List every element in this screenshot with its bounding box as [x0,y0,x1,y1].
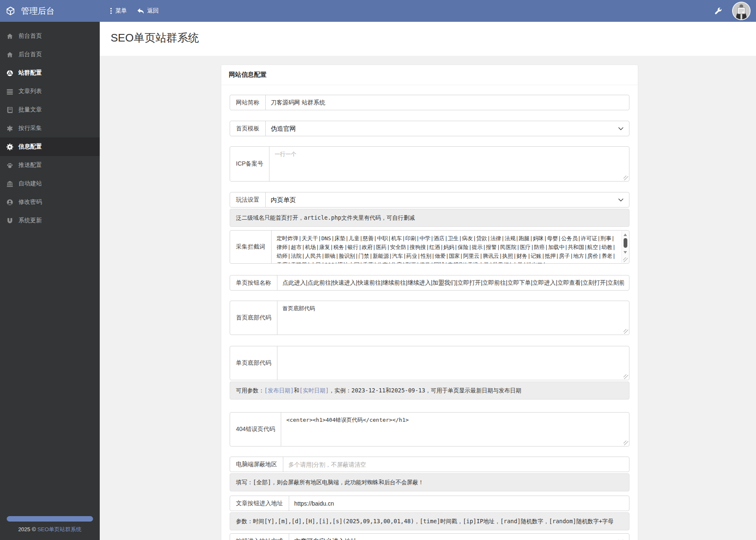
sidebar-nav: 前台首页 后台首页 站群配置 文章列表 批量文章 按行采集 信息配置 推送配置 [0,22,100,230]
content-header: SEO单页站群系统 [100,22,756,56]
sidebar-item-site-group-config[interactable]: 站群配置 [0,64,100,82]
back-button[interactable]: 返回 [137,7,159,15]
error-404-label: 404错误页代码 [230,413,281,446]
home-footer-code-row: 首页底部代码 首页底部代码 [230,301,629,335]
page-footer-code-textarea[interactable] [277,346,629,380]
play-mode-tip: 泛二级域名只能首页打开，article.php文件夹里有代码，可自行删减 [230,209,629,227]
button-names-input[interactable] [277,280,629,286]
sidebar: 前台首页 后台首页 站群配置 文章列表 批量文章 按行采集 信息配置 推送配置 [0,22,100,540]
back-button-label: 返回 [147,7,159,15]
sidebar-item-back-home[interactable]: 后台首页 [0,45,100,64]
sidebar-progress-pill [7,516,93,522]
pc-block-tip: 填写：[全部]，则会屏蔽所有地区电脑端，此功能对蜘蛛和后台不会屏蔽！ [230,473,629,491]
sidebar-item-label: 信息配置 [18,143,42,151]
asterisk-icon [6,125,13,132]
card-body: 网站简称 首页模板 伪造官网 ICP备案号 [221,85,638,540]
sidebar-item-push-config[interactable]: 推送配置 [0,156,100,174]
button-names-row: 单页按钮名称 [230,275,629,291]
scroll-down-arrow[interactable] [624,251,627,254]
home-footer-code-textarea[interactable]: 首页底部代码 [277,301,629,335]
home-icon [6,51,13,58]
icp-textarea[interactable] [269,147,629,181]
home-footer-code-label: 首页底部代码 [230,301,277,335]
brand-title: 管理后台 [21,5,54,17]
error-404-row: 404错误页代码 <center><h1>404错误页代码</center></… [230,412,629,447]
home-icon [6,33,13,40]
site-name-label: 网站简称 [230,95,266,110]
textarea-scrollbar [621,231,629,263]
pc-block-area-row: 电脑端屏蔽地区 [230,457,629,472]
resize-handle[interactable] [623,257,628,262]
page-title: SEO单页站群系统 [111,31,745,45]
block-words-row: 采集拦截词 定时炸弹|天天干|DNS|床垫|儿童|慈善|中职|机车|印刷|中学|… [230,230,629,264]
error-404-textarea[interactable]: <center><h1>404错误页代码</center></h1> [281,413,629,446]
play-mode-row: 玩法设置 内页单页 [230,192,629,208]
sidebar-item-batch-articles[interactable]: 批量文章 [0,101,100,119]
sidebar-item-article-list[interactable]: 文章列表 [0,82,100,101]
pc-block-area-label: 电脑端屏蔽地区 [230,457,283,472]
sidebar-item-label: 修改密码 [18,198,42,206]
sidebar-item-label: 站群配置 [18,69,42,77]
copyright-year: 2025 © [18,526,37,532]
list-icon [6,88,13,95]
article-button-url-label: 文章按钮进入地址 [230,496,289,511]
button-url-mode-select[interactable]: 文章可自定义进入地址 [289,537,629,540]
block-words-textarea[interactable]: 定时炸弹|天天干|DNS|床垫|儿童|慈善|中职|机车|印刷|中学|酒店|卫生|… [272,231,629,263]
url-params-tip: 参数：时间[Y],[m],[d],[H],[i],[s](2025,09,13,… [230,512,629,530]
sidebar-item-label: 前台首页 [18,32,42,40]
page-footer-code-row: 单页底部代码 [230,346,629,380]
sidebar-item-change-password[interactable]: 修改密码 [0,193,100,211]
sidebar-item-label: 推送配置 [18,161,42,169]
sidebar-item-auto-build[interactable]: 自动建站 [0,174,100,193]
menu-button-label: 菜单 [115,7,127,15]
content: 网站信息配置 网站简称 首页模板 伪造官网 ICP备案号 [100,56,756,540]
sidebar-item-label: 按行采集 [18,125,42,132]
play-mode-label: 玩法设置 [230,192,266,207]
resize-handle[interactable] [624,329,628,334]
user-avatar[interactable] [732,2,751,20]
chrome-globe-icon [6,70,13,77]
home-template-select[interactable]: 伪造官网 [266,125,629,132]
sidebar-item-label: 批量文章 [18,106,42,114]
sidebar-item-system-update[interactable]: 系统更新 [0,211,100,230]
sidebar-item-line-collect[interactable]: 按行采集 [0,119,100,138]
site-info-card: 网站信息配置 网站简称 首页模板 伪造官网 ICP备案号 [221,65,638,540]
scroll-up-arrow[interactable] [624,234,627,236]
sidebar-item-label: 后台首页 [18,51,42,58]
button-names-label: 单页按钮名称 [230,275,277,290]
card-title: 网站信息配置 [221,65,638,85]
gear-icon [6,143,13,151]
scrollbar-thumb[interactable] [624,238,627,248]
tip-text: ，实例：2023-12-11和2025-09-13，可用于单页显示最新日期与发布… [329,387,522,394]
wrench-icon[interactable] [714,7,722,15]
button-url-mode-row: 按钮进入地址方式 文章可自定义进入地址 [230,533,629,540]
sidebar-item-label: 自动建站 [18,180,42,187]
resize-handle[interactable] [624,374,628,379]
realtime-date-param-link[interactable]: [实时日期] [299,387,329,394]
tip-text: 和 [294,387,300,394]
sidebar-footer: 2025 © SEO单页站群系统 [0,516,100,533]
play-mode-select[interactable]: 内页单页 [266,196,629,203]
article-button-url-input[interactable] [289,500,629,507]
resize-handle[interactable] [624,176,628,180]
menu-button[interactable]: 菜单 [110,7,127,15]
pc-block-area-input[interactable] [283,461,629,468]
sidebar-item-label: 文章列表 [18,88,42,95]
publish-date-param-link[interactable]: [发布日期] [264,387,294,394]
button-url-mode-label: 按钮进入地址方式 [230,534,289,540]
brand[interactable]: 管理后台 [0,5,100,17]
main-area: SEO单页站群系统 网站信息配置 网站简称 首页模板 伪造官网 [100,0,756,540]
site-name-input[interactable] [266,99,629,106]
sidebar-item-info-config[interactable]: 信息配置 [0,138,100,156]
page-footer-code-label: 单页底部代码 [230,346,277,380]
icp-label: ICP备案号 [230,147,269,181]
article-button-url-row: 文章按钮进入地址 [230,496,629,511]
menu-dots-icon [110,8,112,14]
copyright-link[interactable]: SEO单页站群系统 [37,526,81,532]
sidebar-item-front-home[interactable]: 前台首页 [0,27,100,45]
magnet-icon [6,217,13,224]
tip-text: 可用参数： [236,387,264,394]
resize-handle[interactable] [624,441,628,445]
book-icon [6,106,13,114]
home-template-label: 首页模板 [230,121,266,136]
